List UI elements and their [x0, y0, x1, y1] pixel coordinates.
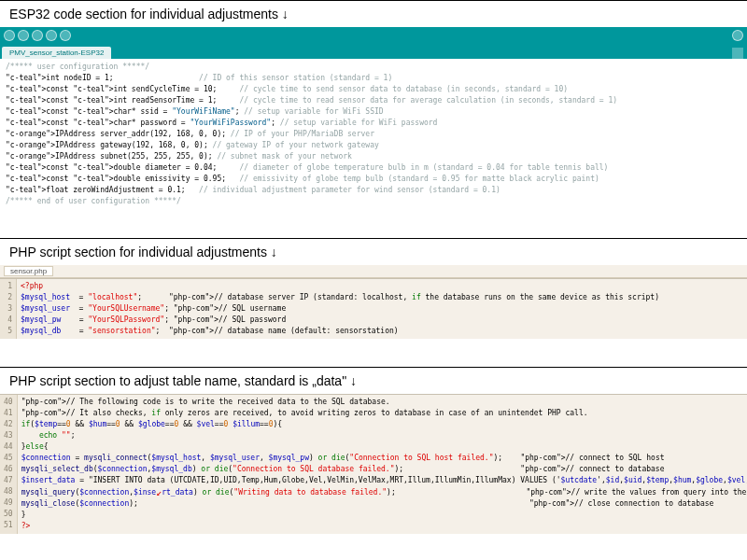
save-icon[interactable]	[60, 30, 71, 41]
section-php-table: PHP script section to adjust table name,…	[0, 367, 747, 534]
section-title-3: PHP script section to adjust table name,…	[0, 368, 747, 394]
php-file-tab[interactable]: sensor.php	[4, 266, 53, 276]
section-title-1: ESP32 code section for individual adjust…	[0, 1, 747, 27]
line-gutter: 404142434445464748495051	[0, 395, 18, 534]
section-title-2: PHP script section for individual adjust…	[0, 239, 747, 265]
ide-toolbar	[0, 27, 747, 44]
ide-tab-row: PMV_sensor_station-ESP32	[0, 44, 747, 59]
php-table-code[interactable]: 404142434445464748495051 "php-com">// Th…	[0, 394, 747, 534]
sketch-tab[interactable]: PMV_sensor_station-ESP32	[2, 47, 111, 59]
section-php-config: PHP script section for individual adjust…	[0, 238, 747, 339]
open-icon[interactable]	[46, 30, 57, 41]
serial-monitor-icon[interactable]	[732, 30, 743, 41]
tab-menu-icon[interactable]	[732, 48, 743, 59]
new-icon[interactable]	[32, 30, 43, 41]
verify-icon[interactable]	[4, 30, 15, 41]
php-code-body: "php-com">// The following code is to wr…	[18, 395, 747, 534]
php-config-code[interactable]: 12345 <?php$mysql_host = "localhost"; "p…	[0, 278, 747, 339]
line-gutter: 12345	[0, 279, 17, 339]
section-esp32: ESP32 code section for individual adjust…	[0, 0, 747, 210]
php-code-body: <?php$mysql_host = "localhost"; "php-com…	[17, 279, 747, 339]
esp32-code[interactable]: /***** user configuration *****/"c-teal"…	[0, 59, 747, 210]
upload-icon[interactable]	[18, 30, 29, 41]
php-file-tabs: sensor.php	[0, 265, 747, 278]
